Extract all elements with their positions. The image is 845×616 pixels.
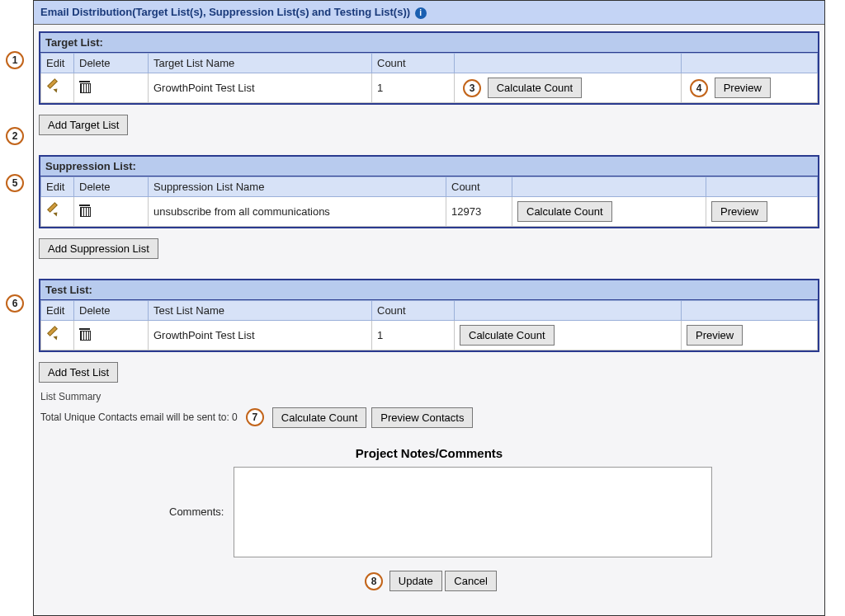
edit-icon[interactable] — [46, 81, 58, 92]
section-title-text: Email Distribution(Target List(s), Suppr… — [40, 6, 410, 18]
col-delete: Delete — [74, 176, 149, 196]
add-target-list-button[interactable]: Add Target List — [39, 115, 128, 135]
preview-contacts-button[interactable]: Preview Contacts — [371, 407, 473, 428]
col-name: Target List Name — [149, 53, 372, 73]
col-name: Test List Name — [149, 300, 372, 320]
col-edit: Edit — [41, 53, 74, 73]
col-actions1 — [512, 176, 706, 196]
add-suppression-list-button[interactable]: Add Suppression List — [39, 238, 158, 259]
delete-icon[interactable] — [79, 205, 90, 216]
calculate-count-button[interactable]: Calculate Count — [460, 325, 555, 346]
table-row: GrowthPoint Test List 1 Calculate Count … — [41, 320, 818, 350]
callout-8: 8 — [365, 572, 383, 590]
suppression-row-name: unsubscribe from all communications — [149, 196, 446, 226]
col-edit: Edit — [41, 300, 74, 320]
preview-button[interactable]: Preview — [687, 325, 743, 346]
col-count: Count — [372, 300, 455, 320]
col-actions2 — [682, 300, 818, 320]
col-delete: Delete — [74, 53, 149, 73]
col-actions1 — [455, 300, 682, 320]
callout-6: 6 — [6, 294, 24, 313]
target-list-table: Edit Delete Target List Name Count Growt… — [40, 53, 818, 103]
col-count: Count — [372, 53, 455, 73]
suppression-row-count: 12973 — [446, 196, 512, 226]
email-distribution-panel: Email Distribution(Target List(s), Suppr… — [33, 0, 825, 616]
preview-button[interactable]: Preview — [715, 78, 771, 98]
test-list-table: Edit Delete Test List Name Count GrowthP… — [40, 300, 818, 350]
callout-1: 1 — [6, 51, 24, 69]
edit-icon[interactable] — [46, 205, 58, 216]
col-actions1 — [455, 53, 682, 73]
target-row-count: 1 — [372, 73, 455, 102]
delete-icon[interactable] — [79, 328, 90, 340]
callout-3: 3 — [463, 79, 481, 97]
col-edit: Edit — [41, 176, 74, 196]
col-actions2 — [706, 176, 818, 196]
col-name: Suppression List Name — [149, 176, 446, 196]
comments-textarea[interactable] — [234, 467, 712, 557]
add-test-list-button[interactable]: Add Test List — [39, 362, 118, 383]
table-row: GrowthPoint Test List 1 3 Calculate Coun… — [41, 73, 818, 102]
test-row-count: 1 — [372, 320, 455, 350]
table-row: unsubscribe from all communications 1297… — [41, 196, 818, 226]
section-title: Email Distribution(Target List(s), Suppr… — [34, 1, 824, 25]
info-icon[interactable]: i — [415, 7, 427, 19]
summary-calculate-button[interactable]: Calculate Count — [272, 407, 367, 428]
update-button[interactable]: Update — [389, 571, 442, 591]
test-row-name: GrowthPoint Test List — [149, 320, 372, 350]
test-list-heading: Test List: — [40, 280, 818, 300]
target-row-name: GrowthPoint Test List — [149, 73, 372, 102]
calculate-count-button[interactable]: Calculate Count — [488, 78, 583, 98]
list-summary-heading: List Summary — [40, 389, 818, 404]
target-list-heading: Target List: — [40, 33, 818, 53]
col-actions2 — [682, 53, 818, 73]
test-list-block: Test List: Edit Delete Test List Name Co… — [39, 279, 819, 352]
callout-2: 2 — [6, 127, 24, 145]
delete-icon[interactable] — [79, 81, 90, 92]
comments-label: Comments: — [169, 505, 224, 518]
suppression-list-table: Edit Delete Suppression List Name Count … — [40, 176, 818, 227]
calculate-count-button[interactable]: Calculate Count — [517, 201, 612, 222]
cancel-button[interactable]: Cancel — [445, 571, 496, 591]
callout-5: 5 — [6, 174, 24, 192]
target-list-block: Target List: Edit Delete Target List Nam… — [39, 31, 819, 105]
col-count: Count — [446, 176, 512, 196]
callout-7: 7 — [246, 408, 264, 426]
notes-heading: Project Notes/Comments — [34, 446, 824, 460]
col-delete: Delete — [74, 300, 149, 320]
suppression-list-block: Suppression List: Edit Delete Suppressio… — [39, 155, 819, 228]
callout-4: 4 — [690, 79, 708, 97]
preview-button[interactable]: Preview — [711, 201, 767, 222]
suppression-list-heading: Suppression List: — [40, 157, 818, 176]
total-unique-text: Total Unique Contacts email will be sent… — [40, 411, 238, 423]
edit-icon[interactable] — [46, 328, 58, 340]
